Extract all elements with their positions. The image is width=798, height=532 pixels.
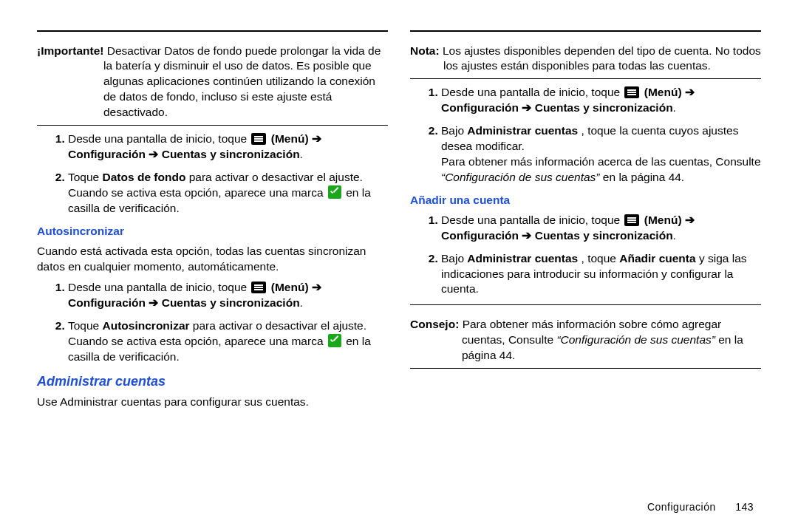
arrow: ➔: [522, 101, 531, 114]
menu-icon: [251, 282, 266, 293]
label-accounts: Cuentas y sincronización: [535, 229, 673, 242]
label-autosync: Autosincronizar: [103, 319, 190, 332]
ref-link: “Configuración de sus cuentas”: [556, 333, 715, 346]
label-accounts: Cuentas y sincronización: [535, 101, 673, 114]
footer-page: 143: [735, 501, 754, 513]
label-config: Configuración: [441, 229, 519, 242]
text: Desde una pantalla de inicio, toque: [441, 86, 623, 98]
autosync-intro: Cuando está activada esta opción, todas …: [37, 244, 388, 275]
step-1: Desde una pantalla de inicio, toque (Men…: [441, 213, 761, 244]
arrow: ➔: [312, 281, 321, 293]
right-column: Nota: Los ajustes disponibles dependen d…: [410, 26, 761, 416]
label-background-data: Datos de fondo: [103, 171, 186, 183]
manage-intro: Use Administrar cuentas para configurar …: [37, 395, 388, 410]
rule: [410, 30, 761, 32]
rule: [37, 125, 388, 126]
label-menu: (Menú): [271, 132, 309, 145]
label-manage: Administrar cuentas: [467, 124, 578, 137]
page: ¡Importante! Desactivar Datos de fondo p…: [0, 0, 798, 532]
note-callout: Nota: Los ajustes disponibles dependen d…: [410, 44, 761, 75]
note-text: Los ajustes disponibles dependen del tip…: [443, 44, 761, 72]
checkmark-icon: [328, 334, 341, 347]
heading-manage-accounts: Administrar cuentas: [37, 372, 388, 390]
rule: [410, 368, 761, 369]
text: Desde una pantalla de inicio, toque: [68, 132, 250, 145]
note-label: Nota:: [410, 44, 440, 57]
arrow: ➔: [149, 296, 158, 309]
text: Toque: [68, 319, 103, 332]
text: Desde una pantalla de inicio, toque: [441, 214, 623, 226]
menu-icon: [624, 214, 639, 226]
step-2: Bajo Administrar cuentas , toque la cuen…: [441, 123, 761, 185]
rule: [410, 78, 761, 79]
label-accounts: Cuentas y sincronización: [162, 296, 300, 309]
label-menu: (Menú): [644, 214, 682, 226]
left-column: ¡Importante! Desactivar Datos de fondo p…: [37, 26, 388, 416]
rule: [410, 304, 761, 305]
step-1: Desde una pantalla de inicio, toque (Men…: [68, 280, 388, 311]
page-footer: Configuración 143: [647, 500, 754, 514]
text: en la página 44.: [603, 171, 684, 183]
text: Desde una pantalla de inicio, toque: [68, 281, 250, 293]
text: Bajo: [441, 252, 467, 265]
steps-manage: Desde una pantalla de inicio, toque (Men…: [410, 85, 761, 185]
tip-callout: Consejo: Para obtener más información so…: [410, 317, 761, 364]
arrow: ➔: [522, 229, 531, 242]
text: Para obtener más información acerca de l…: [441, 155, 761, 168]
menu-icon: [624, 86, 639, 98]
text: Bajo: [441, 124, 467, 137]
label-menu: (Menú): [271, 281, 309, 293]
arrow: ➔: [312, 132, 321, 145]
text: , toque: [582, 252, 620, 265]
arrow: ➔: [685, 214, 695, 226]
label-config: Configuración: [441, 101, 519, 114]
heading-autosync: Autosincronizar: [37, 224, 388, 239]
text: Toque: [68, 171, 103, 183]
step-1: Desde una pantalla de inicio, toque (Men…: [441, 85, 761, 116]
step-2: Bajo Administrar cuentas , toque Añadir …: [441, 251, 761, 298]
checkmark-icon: [328, 185, 341, 199]
label-add-account: Añadir cuenta: [619, 252, 695, 265]
label-config: Configuración: [68, 148, 146, 160]
arrow: ➔: [149, 148, 158, 160]
steps-add-account: Desde una pantalla de inicio, toque (Men…: [410, 213, 761, 298]
important-label: ¡Importante!: [37, 44, 103, 57]
tip-label: Consejo:: [410, 318, 459, 330]
steps-background-data: Desde una pantalla de inicio, toque (Men…: [37, 132, 388, 216]
heading-add-account: Añadir una cuenta: [410, 193, 761, 208]
label-accounts: Cuentas y sincronización: [162, 148, 300, 160]
step-1: Desde una pantalla de inicio, toque (Men…: [68, 132, 388, 163]
steps-autosync: Desde una pantalla de inicio, toque (Men…: [37, 280, 388, 365]
label-config: Configuración: [68, 296, 146, 309]
label-manage: Administrar cuentas: [467, 252, 578, 265]
step-2: Toque Datos de fondo para activar o desa…: [68, 170, 388, 216]
arrow: ➔: [685, 86, 695, 98]
important-text: Desactivar Datos de fondo puede prolonga…: [103, 44, 381, 119]
two-column-layout: ¡Importante! Desactivar Datos de fondo p…: [37, 26, 761, 416]
important-callout: ¡Importante! Desactivar Datos de fondo p…: [37, 44, 388, 121]
rule: [37, 30, 388, 32]
menu-icon: [251, 133, 266, 145]
ref-link: “Configuración de sus cuentas”: [441, 171, 600, 183]
step-2: Toque Autosincronizar para activar o des…: [68, 318, 388, 365]
footer-section: Configuración: [647, 501, 716, 513]
label-menu: (Menú): [644, 86, 682, 98]
